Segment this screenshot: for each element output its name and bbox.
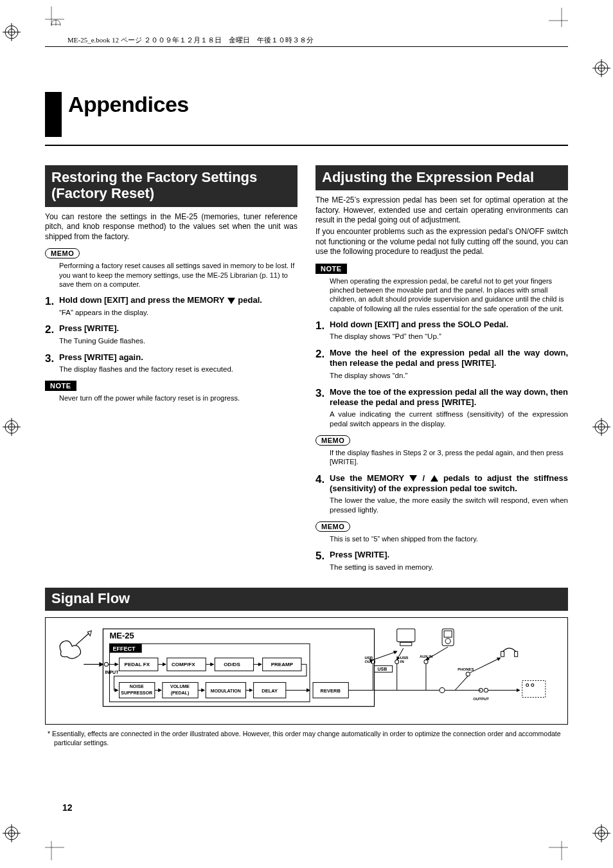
step-number: 3.: [45, 352, 59, 374]
step-instruction: Press [WRITE].: [59, 323, 298, 334]
memo-body: Performing a factory reset causes all se…: [59, 261, 298, 289]
memo-body: This is set to “5” when shipped from the…: [330, 534, 568, 543]
memo-label: MEMO: [45, 248, 80, 258]
step-inst-mid: /: [418, 473, 429, 483]
svg-point-66: [440, 687, 445, 692]
step-subtext: The Tuning Guide flashes.: [59, 336, 298, 346]
step-number: 4.: [315, 473, 330, 515]
step-inst-pre: Use the MEMORY: [330, 473, 409, 483]
step-1: 1. Hold down [EXIT] and press the SOLO P…: [315, 320, 568, 341]
chapter-title: Appendices: [68, 92, 189, 117]
registration-mark-icon: [3, 23, 21, 41]
step-subtext: The display flashes and the factory rese…: [59, 365, 298, 374]
step-subtext: The setting is saved in memory.: [330, 563, 568, 572]
effect-box: PREAMP: [271, 662, 294, 667]
io-label: USB: [378, 667, 387, 671]
svg-line-70: [455, 676, 468, 690]
column-right: Adjusting the Expression Pedal The ME-25…: [315, 165, 568, 572]
step-subtext: The display shows “Pd” then “Up.”: [330, 332, 568, 341]
io-label: PHONES: [458, 667, 474, 671]
crop-mark-icon: [549, 8, 568, 27]
note-body: When operating the expression pedal, be …: [330, 276, 568, 313]
steps-list: 1. Hold down [EXIT] and press the SOLO P…: [315, 320, 568, 429]
chapter-marker: [45, 92, 62, 137]
effect-row-2: NOISE SUPPRESSOR VOLUME (PEDAL) MODULATI…: [120, 682, 349, 698]
registration-mark-icon: [592, 59, 610, 77]
crop-mark-icon: [549, 841, 568, 860]
step-2: 2. Move the heel of the expression pedal…: [315, 348, 568, 380]
svg-point-32: [104, 662, 108, 666]
effect-box: SUPPRESSOR: [121, 690, 152, 694]
steps-list: 1. Hold down [EXIT] and press the MEMORY…: [45, 295, 298, 374]
step-instruction: Press [WRITE].: [330, 550, 568, 560]
io-label: OUT: [364, 660, 373, 664]
section-heading-factory-reset: Restoring the Factory Settings (Factory …: [45, 165, 298, 207]
note-label: NOTE: [45, 381, 76, 391]
memo-label: MEMO: [315, 521, 350, 532]
registration-mark-icon: [3, 418, 21, 436]
step-number: 5.: [315, 550, 330, 572]
intro-text: If you encounter problems such as the ex…: [315, 227, 568, 257]
running-head: ME-25_e.book 12 ページ ２００９年１２月１８日 金曜日 午後１０…: [67, 35, 568, 45]
step-5: 5. Press [WRITE]. The setting is saved i…: [315, 550, 568, 572]
svg-line-64: [426, 647, 448, 660]
signal-flow-diagram: ME-25 EFFECT INPUT PEDAL FX COMP/FX: [45, 617, 568, 725]
svg-point-69: [466, 672, 470, 676]
registration-mark-icon: [592, 418, 610, 436]
effect-box: PEDAL FX: [125, 662, 150, 667]
effect-box: (PEDAL): [171, 690, 189, 695]
triangle-down-icon: [227, 298, 235, 304]
step-3: 3. Move the toe of the expression pedal …: [315, 387, 568, 429]
step-instruction: Move the toe of the expression pedal all…: [330, 387, 568, 408]
step-4: 4. Use the MEMORY / pedals to adjust the…: [315, 473, 568, 515]
effect-box: VOLUME: [170, 684, 190, 689]
registration-mark-icon: [3, 824, 21, 842]
step-subtext: The lower the value, the more easily the…: [330, 496, 568, 515]
step-number: 2.: [315, 348, 330, 380]
steps-list: 4. Use the MEMORY / pedals to adjust the…: [315, 473, 568, 515]
io-section: USB OUT USB USB IN AUX IN: [348, 629, 546, 701]
signal-flow-footnote: * Essentially, effects are connected in …: [45, 730, 568, 747]
triangle-down-icon: [409, 475, 417, 482]
step-instruction: Use the MEMORY / pedals to adjust the st…: [330, 473, 568, 494]
io-label: AUX IN: [420, 655, 432, 658]
svg-rect-50: [397, 629, 415, 642]
svg-point-63: [424, 660, 428, 664]
step-subtext: “FA” appears in the display.: [59, 308, 298, 318]
intro-text: The ME-25’s expression pedal has been se…: [315, 195, 568, 226]
effect-box: NOISE: [130, 684, 144, 689]
memo-label: MEMO: [315, 435, 350, 446]
svg-point-75: [484, 688, 488, 692]
note-body: Never turn off the power while factory r…: [59, 393, 298, 402]
svg-rect-53: [444, 631, 452, 637]
step-instruction: Hold down [EXIT] and press the MEMORY pe…: [59, 295, 298, 305]
memo-body: If the display flashes in Steps 2 or 3, …: [330, 448, 568, 467]
column-left: Restoring the Factory Settings (Factory …: [45, 165, 298, 572]
step-number: 3.: [315, 387, 330, 429]
guitar-icon: [60, 631, 91, 658]
svg-point-77: [526, 683, 529, 686]
step-3: 3. Press [WRITE] again. The display flas…: [45, 352, 298, 374]
step-subtext: The display shows “dn.”: [330, 371, 568, 381]
step-subtext: A value indicating the current stiffness…: [330, 410, 568, 429]
step-instruction: Move the heel of the expression pedal al…: [330, 348, 568, 369]
io-input-label: INPUT: [105, 670, 119, 674]
step-instruction: Hold down [EXIT] and press the SOLO Peda…: [330, 320, 568, 330]
effect-box: DELAY: [262, 687, 278, 693]
effect-box: COMP/FX: [172, 662, 195, 667]
svg-rect-72: [501, 651, 504, 656]
amp-icon: [522, 680, 546, 697]
step-instruction: Press [WRITE] again.: [59, 352, 298, 363]
step-number: 2.: [45, 323, 59, 345]
svg-point-78: [531, 683, 534, 686]
step-number: 1.: [315, 320, 330, 341]
effect-row-1: PEDAL FX COMP/FX OD/DS PREAMP: [120, 658, 301, 671]
svg-line-71: [470, 658, 500, 673]
effect-label: EFFECT: [112, 646, 136, 652]
signal-flow-section: Signal Flow ME-25: [45, 588, 568, 748]
note-label: NOTE: [315, 264, 347, 274]
step-2: 2. Press [WRITE]. The Tuning Guide flash…: [45, 323, 298, 345]
registration-mark-icon: [592, 824, 610, 842]
io-label: OUTPUT: [473, 696, 489, 700]
svg-rect-51: [400, 642, 412, 646]
